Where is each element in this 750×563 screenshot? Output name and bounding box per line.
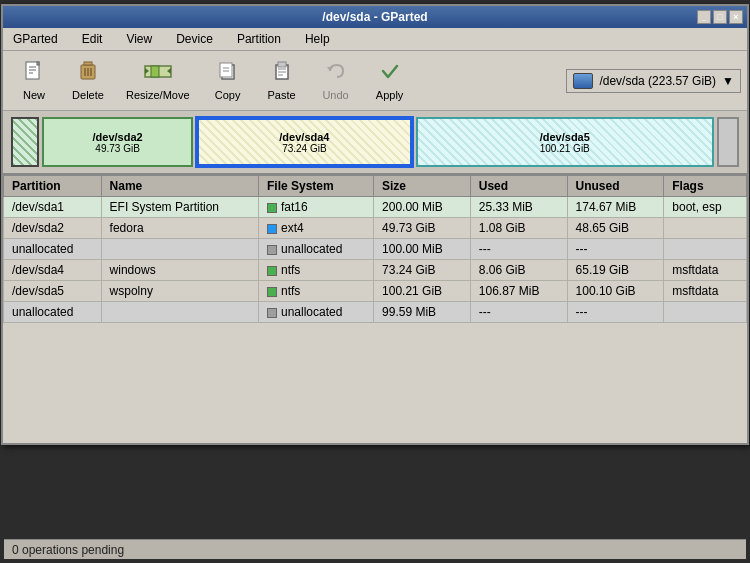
cell-partition: unallocated: [4, 302, 102, 323]
cell-fs: ext4: [258, 218, 373, 239]
visual-sda2-size: 49.73 GiB: [95, 143, 139, 154]
apply-label: Apply: [376, 89, 404, 101]
apply-button[interactable]: Apply: [365, 55, 415, 106]
menu-view[interactable]: View: [120, 30, 158, 48]
resize-label: Resize/Move: [126, 89, 190, 101]
cell-used: 25.33 MiB: [470, 197, 567, 218]
cell-name: [101, 239, 258, 260]
svg-rect-7: [84, 62, 92, 65]
cell-used: ---: [470, 302, 567, 323]
new-button[interactable]: New: [9, 55, 59, 106]
menu-edit[interactable]: Edit: [76, 30, 109, 48]
cell-unused: 174.67 MiB: [567, 197, 664, 218]
cell-flags: [664, 239, 747, 260]
svg-marker-24: [327, 67, 333, 71]
copy-icon: [217, 60, 239, 87]
table-row[interactable]: /dev/sda2 fedora ext4 49.73 GiB 1.08 GiB…: [4, 218, 747, 239]
cell-size: 100.00 MiB: [374, 239, 471, 260]
cell-unused: ---: [567, 302, 664, 323]
cell-name: [101, 302, 258, 323]
svg-rect-14: [151, 66, 159, 77]
col-filesystem: File System: [258, 176, 373, 197]
cell-size: 99.59 MiB: [374, 302, 471, 323]
table-row[interactable]: /dev/sda4 windows ntfs 73.24 GiB 8.06 Gi…: [4, 260, 747, 281]
title-bar: /dev/sda - GParted _ □ ×: [3, 6, 747, 28]
svg-rect-2: [37, 62, 39, 65]
empty-area: [3, 323, 747, 443]
status-text: 0 operations pending: [12, 543, 124, 557]
partition-table: Partition Name File System Size Used Unu…: [3, 175, 747, 323]
fs-color-dot: [267, 266, 277, 276]
undo-label: Undo: [322, 89, 348, 101]
col-partition: Partition: [4, 176, 102, 197]
cell-fs: unallocated: [258, 302, 373, 323]
cell-partition: /dev/sda5: [4, 281, 102, 302]
menu-help[interactable]: Help: [299, 30, 336, 48]
cell-used: 106.87 MiB: [470, 281, 567, 302]
cell-used: ---: [470, 239, 567, 260]
paste-icon: [271, 60, 293, 87]
cell-fs: unallocated: [258, 239, 373, 260]
col-unused: Unused: [567, 176, 664, 197]
cell-name: EFI System Partition: [101, 197, 258, 218]
col-size: Size: [374, 176, 471, 197]
cell-size: 49.73 GiB: [374, 218, 471, 239]
minimize-button[interactable]: _: [697, 10, 711, 24]
cell-name: windows: [101, 260, 258, 281]
resize-button[interactable]: Resize/Move: [117, 55, 199, 106]
paste-label: Paste: [268, 89, 296, 101]
cell-flags: msftdata: [664, 281, 747, 302]
copy-button[interactable]: Copy: [203, 55, 253, 106]
delete-icon: [77, 60, 99, 87]
window-title: /dev/sda - GParted: [322, 10, 427, 24]
menu-bar: GParted Edit View Device Partition Help: [3, 28, 747, 51]
cell-size: 73.24 GiB: [374, 260, 471, 281]
cell-flags: msftdata: [664, 260, 747, 281]
fs-color-dot: [267, 245, 277, 255]
cell-partition: /dev/sda1: [4, 197, 102, 218]
visual-sda4-label: /dev/sda4: [279, 131, 329, 143]
content-area: Partition Name File System Size Used Unu…: [3, 175, 747, 443]
cell-fs: fat16: [258, 197, 373, 218]
table-row[interactable]: unallocated unallocated 99.59 MiB --- --…: [4, 302, 747, 323]
table-row[interactable]: unallocated unallocated 100.00 MiB --- -…: [4, 239, 747, 260]
visual-sda4[interactable]: /dev/sda4 73.24 GiB: [196, 117, 412, 167]
table-row[interactable]: /dev/sda1 EFI System Partition fat16 200…: [4, 197, 747, 218]
visual-unalloc[interactable]: [717, 117, 739, 167]
menu-device[interactable]: Device: [170, 30, 219, 48]
cell-flags: boot, esp: [664, 197, 747, 218]
menu-gparted[interactable]: GParted: [7, 30, 64, 48]
close-button[interactable]: ×: [729, 10, 743, 24]
device-icon: [573, 73, 593, 89]
undo-icon: [325, 60, 347, 87]
cell-partition: /dev/sda4: [4, 260, 102, 281]
undo-button[interactable]: Undo: [311, 55, 361, 106]
maximize-button[interactable]: □: [713, 10, 727, 24]
svg-rect-16: [220, 63, 232, 77]
delete-label: Delete: [72, 89, 104, 101]
device-selector[interactable]: /dev/sda (223.57 GiB) ▼: [566, 69, 741, 93]
cell-name: wspolny: [101, 281, 258, 302]
cell-partition: unallocated: [4, 239, 102, 260]
visual-sda5-size: 100.21 GiB: [540, 143, 590, 154]
cell-used: 1.08 GiB: [470, 218, 567, 239]
window-controls[interactable]: _ □ ×: [697, 10, 743, 24]
svg-rect-20: [278, 62, 286, 67]
col-flags: Flags: [664, 176, 747, 197]
visual-sda1[interactable]: [11, 117, 39, 167]
delete-button[interactable]: Delete: [63, 55, 113, 106]
device-label: /dev/sda (223.57 GiB): [599, 74, 716, 88]
disk-visual: /dev/sda2 49.73 GiB /dev/sda4 73.24 GiB …: [3, 111, 747, 175]
cell-size: 100.21 GiB: [374, 281, 471, 302]
cell-name: fedora: [101, 218, 258, 239]
table-row[interactable]: /dev/sda5 wspolny ntfs 100.21 GiB 106.87…: [4, 281, 747, 302]
new-icon: [23, 60, 45, 87]
visual-sda2[interactable]: /dev/sda2 49.73 GiB: [42, 117, 193, 167]
cell-unused: ---: [567, 239, 664, 260]
paste-button[interactable]: Paste: [257, 55, 307, 106]
status-bar: 0 operations pending: [4, 539, 746, 559]
visual-sda5[interactable]: /dev/sda5 100.21 GiB: [416, 117, 714, 167]
fs-color-dot: [267, 308, 277, 318]
menu-partition[interactable]: Partition: [231, 30, 287, 48]
apply-icon: [379, 60, 401, 87]
